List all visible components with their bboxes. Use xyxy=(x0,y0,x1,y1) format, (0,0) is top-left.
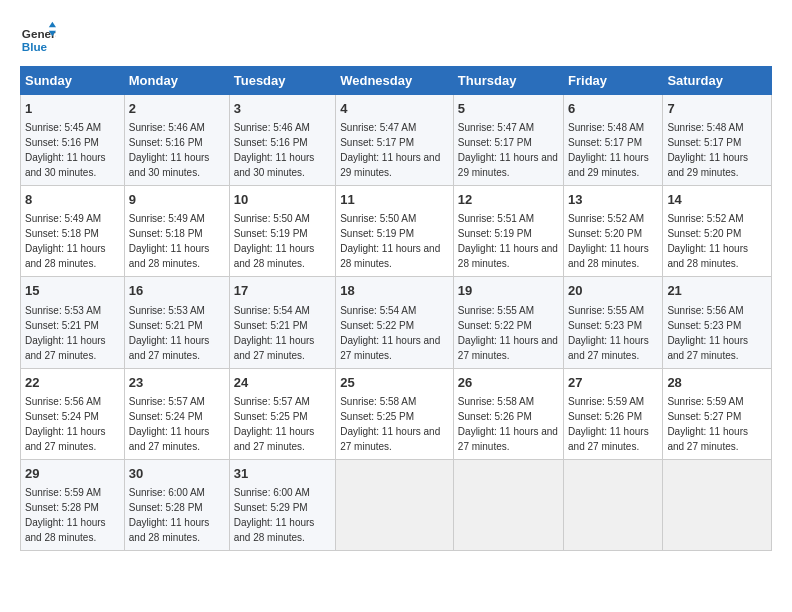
day-info: Sunrise: 5:51 AMSunset: 5:19 PMDaylight:… xyxy=(458,213,558,269)
day-cell: 14Sunrise: 5:52 AMSunset: 5:20 PMDayligh… xyxy=(663,186,772,277)
day-cell: 12Sunrise: 5:51 AMSunset: 5:19 PMDayligh… xyxy=(453,186,563,277)
day-cell: 30Sunrise: 6:00 AMSunset: 5:28 PMDayligh… xyxy=(124,459,229,550)
day-info: Sunrise: 5:50 AMSunset: 5:19 PMDaylight:… xyxy=(234,213,315,269)
logo-icon: General Blue xyxy=(20,20,56,56)
day-cell: 16Sunrise: 5:53 AMSunset: 5:21 PMDayligh… xyxy=(124,277,229,368)
day-info: Sunrise: 5:45 AMSunset: 5:16 PMDaylight:… xyxy=(25,122,106,178)
day-number: 31 xyxy=(234,465,331,483)
day-number: 21 xyxy=(667,282,767,300)
day-cell: 29Sunrise: 5:59 AMSunset: 5:28 PMDayligh… xyxy=(21,459,125,550)
header-row: SundayMondayTuesdayWednesdayThursdayFrid… xyxy=(21,67,772,95)
day-number: 4 xyxy=(340,100,449,118)
day-number: 3 xyxy=(234,100,331,118)
day-number: 23 xyxy=(129,374,225,392)
day-info: Sunrise: 5:46 AMSunset: 5:16 PMDaylight:… xyxy=(129,122,210,178)
day-number: 22 xyxy=(25,374,120,392)
day-info: Sunrise: 5:55 AMSunset: 5:22 PMDaylight:… xyxy=(458,305,558,361)
week-row-2: 8Sunrise: 5:49 AMSunset: 5:18 PMDaylight… xyxy=(21,186,772,277)
day-cell: 3Sunrise: 5:46 AMSunset: 5:16 PMDaylight… xyxy=(229,95,335,186)
day-cell: 22Sunrise: 5:56 AMSunset: 5:24 PMDayligh… xyxy=(21,368,125,459)
day-number: 27 xyxy=(568,374,658,392)
day-cell: 6Sunrise: 5:48 AMSunset: 5:17 PMDaylight… xyxy=(564,95,663,186)
day-number: 13 xyxy=(568,191,658,209)
day-number: 11 xyxy=(340,191,449,209)
svg-marker-2 xyxy=(49,22,56,27)
page-header: General Blue xyxy=(20,20,772,56)
day-info: Sunrise: 5:52 AMSunset: 5:20 PMDaylight:… xyxy=(568,213,649,269)
day-cell: 7Sunrise: 5:48 AMSunset: 5:17 PMDaylight… xyxy=(663,95,772,186)
day-number: 9 xyxy=(129,191,225,209)
day-info: Sunrise: 5:57 AMSunset: 5:25 PMDaylight:… xyxy=(234,396,315,452)
day-cell: 10Sunrise: 5:50 AMSunset: 5:19 PMDayligh… xyxy=(229,186,335,277)
day-info: Sunrise: 5:52 AMSunset: 5:20 PMDaylight:… xyxy=(667,213,748,269)
day-number: 15 xyxy=(25,282,120,300)
day-number: 29 xyxy=(25,465,120,483)
day-number: 7 xyxy=(667,100,767,118)
day-info: Sunrise: 5:54 AMSunset: 5:22 PMDaylight:… xyxy=(340,305,440,361)
header-cell-friday: Friday xyxy=(564,67,663,95)
day-info: Sunrise: 5:59 AMSunset: 5:28 PMDaylight:… xyxy=(25,487,106,543)
day-cell: 25Sunrise: 5:58 AMSunset: 5:25 PMDayligh… xyxy=(336,368,454,459)
day-info: Sunrise: 5:47 AMSunset: 5:17 PMDaylight:… xyxy=(458,122,558,178)
day-info: Sunrise: 5:48 AMSunset: 5:17 PMDaylight:… xyxy=(568,122,649,178)
day-number: 12 xyxy=(458,191,559,209)
day-cell: 5Sunrise: 5:47 AMSunset: 5:17 PMDaylight… xyxy=(453,95,563,186)
day-info: Sunrise: 5:56 AMSunset: 5:24 PMDaylight:… xyxy=(25,396,106,452)
day-cell xyxy=(663,459,772,550)
week-row-4: 22Sunrise: 5:56 AMSunset: 5:24 PMDayligh… xyxy=(21,368,772,459)
day-cell: 27Sunrise: 5:59 AMSunset: 5:26 PMDayligh… xyxy=(564,368,663,459)
day-info: Sunrise: 5:58 AMSunset: 5:26 PMDaylight:… xyxy=(458,396,558,452)
day-info: Sunrise: 6:00 AMSunset: 5:28 PMDaylight:… xyxy=(129,487,210,543)
day-info: Sunrise: 5:54 AMSunset: 5:21 PMDaylight:… xyxy=(234,305,315,361)
day-info: Sunrise: 5:57 AMSunset: 5:24 PMDaylight:… xyxy=(129,396,210,452)
day-info: Sunrise: 5:59 AMSunset: 5:26 PMDaylight:… xyxy=(568,396,649,452)
day-info: Sunrise: 5:47 AMSunset: 5:17 PMDaylight:… xyxy=(340,122,440,178)
header-cell-wednesday: Wednesday xyxy=(336,67,454,95)
day-info: Sunrise: 5:55 AMSunset: 5:23 PMDaylight:… xyxy=(568,305,649,361)
day-cell: 1Sunrise: 5:45 AMSunset: 5:16 PMDaylight… xyxy=(21,95,125,186)
day-cell: 2Sunrise: 5:46 AMSunset: 5:16 PMDaylight… xyxy=(124,95,229,186)
day-info: Sunrise: 5:53 AMSunset: 5:21 PMDaylight:… xyxy=(129,305,210,361)
day-cell: 26Sunrise: 5:58 AMSunset: 5:26 PMDayligh… xyxy=(453,368,563,459)
day-cell: 13Sunrise: 5:52 AMSunset: 5:20 PMDayligh… xyxy=(564,186,663,277)
day-cell: 18Sunrise: 5:54 AMSunset: 5:22 PMDayligh… xyxy=(336,277,454,368)
day-cell: 21Sunrise: 5:56 AMSunset: 5:23 PMDayligh… xyxy=(663,277,772,368)
day-cell: 31Sunrise: 6:00 AMSunset: 5:29 PMDayligh… xyxy=(229,459,335,550)
logo: General Blue xyxy=(20,20,56,56)
day-cell: 9Sunrise: 5:49 AMSunset: 5:18 PMDaylight… xyxy=(124,186,229,277)
day-info: Sunrise: 5:48 AMSunset: 5:17 PMDaylight:… xyxy=(667,122,748,178)
day-info: Sunrise: 5:53 AMSunset: 5:21 PMDaylight:… xyxy=(25,305,106,361)
day-number: 17 xyxy=(234,282,331,300)
week-row-1: 1Sunrise: 5:45 AMSunset: 5:16 PMDaylight… xyxy=(21,95,772,186)
day-info: Sunrise: 6:00 AMSunset: 5:29 PMDaylight:… xyxy=(234,487,315,543)
day-cell: 24Sunrise: 5:57 AMSunset: 5:25 PMDayligh… xyxy=(229,368,335,459)
header-cell-saturday: Saturday xyxy=(663,67,772,95)
day-number: 1 xyxy=(25,100,120,118)
day-number: 24 xyxy=(234,374,331,392)
day-cell xyxy=(453,459,563,550)
day-number: 16 xyxy=(129,282,225,300)
day-number: 14 xyxy=(667,191,767,209)
day-cell: 4Sunrise: 5:47 AMSunset: 5:17 PMDaylight… xyxy=(336,95,454,186)
day-number: 5 xyxy=(458,100,559,118)
header-cell-tuesday: Tuesday xyxy=(229,67,335,95)
day-cell: 8Sunrise: 5:49 AMSunset: 5:18 PMDaylight… xyxy=(21,186,125,277)
day-number: 2 xyxy=(129,100,225,118)
day-cell: 11Sunrise: 5:50 AMSunset: 5:19 PMDayligh… xyxy=(336,186,454,277)
day-cell xyxy=(336,459,454,550)
day-cell: 23Sunrise: 5:57 AMSunset: 5:24 PMDayligh… xyxy=(124,368,229,459)
day-number: 25 xyxy=(340,374,449,392)
day-cell: 19Sunrise: 5:55 AMSunset: 5:22 PMDayligh… xyxy=(453,277,563,368)
day-info: Sunrise: 5:58 AMSunset: 5:25 PMDaylight:… xyxy=(340,396,440,452)
day-cell: 15Sunrise: 5:53 AMSunset: 5:21 PMDayligh… xyxy=(21,277,125,368)
day-number: 26 xyxy=(458,374,559,392)
day-number: 8 xyxy=(25,191,120,209)
day-info: Sunrise: 5:59 AMSunset: 5:27 PMDaylight:… xyxy=(667,396,748,452)
day-number: 10 xyxy=(234,191,331,209)
day-number: 6 xyxy=(568,100,658,118)
header-cell-monday: Monday xyxy=(124,67,229,95)
day-info: Sunrise: 5:56 AMSunset: 5:23 PMDaylight:… xyxy=(667,305,748,361)
svg-text:Blue: Blue xyxy=(22,40,48,53)
week-row-5: 29Sunrise: 5:59 AMSunset: 5:28 PMDayligh… xyxy=(21,459,772,550)
day-cell: 17Sunrise: 5:54 AMSunset: 5:21 PMDayligh… xyxy=(229,277,335,368)
